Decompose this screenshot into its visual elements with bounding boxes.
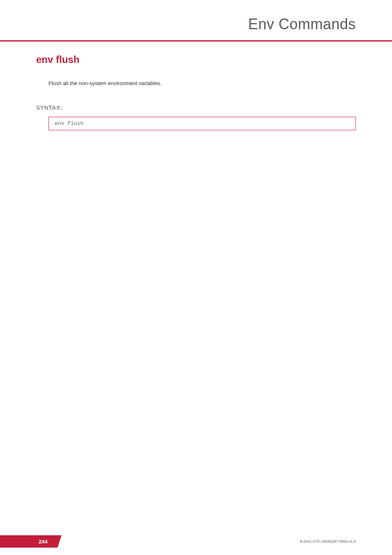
command-title: env flush: [36, 54, 356, 65]
page-number: 244: [39, 539, 48, 545]
syntax-code-box: env flush: [48, 117, 356, 130]
command-description: Flush all the non-system environment var…: [48, 80, 356, 86]
syntax-label: SYNTAX:: [36, 104, 356, 111]
content-area: env flush Flush all the non-system envir…: [0, 42, 392, 130]
header-title: Env Commands: [0, 16, 356, 33]
footer: 244 E-DOC-CTC-20061027-0004 v1.0: [0, 532, 392, 555]
document-id: E-DOC-CTC-20061027-0004 v1.0: [300, 539, 356, 543]
